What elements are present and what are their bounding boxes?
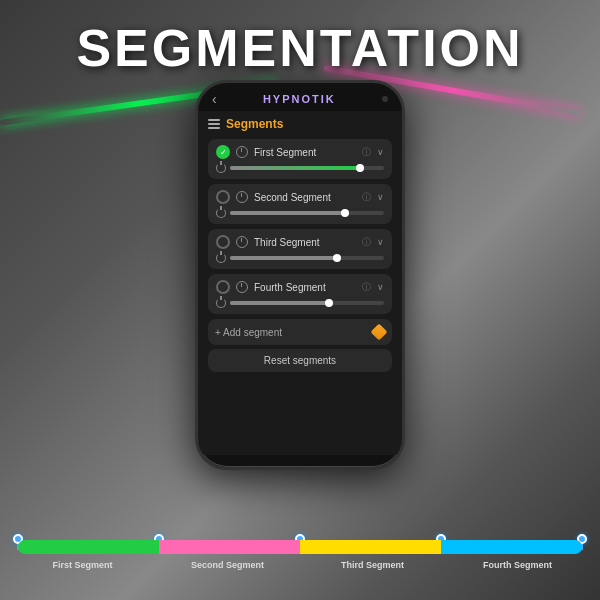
segment-3-name: Third Segment (254, 237, 356, 248)
segment-card-4[interactable]: Fourth Segment ⓘ ∨ (208, 274, 392, 314)
segment-1-info: ⓘ (362, 146, 371, 159)
reset-label: Reset segments (264, 355, 336, 366)
segment-bar-4 (441, 540, 582, 554)
segment-3-slider-row (216, 253, 384, 263)
phone-top-bar: ‹ HYPNOTIK (198, 83, 402, 111)
segment-3-chevron[interactable]: ∨ (377, 237, 384, 247)
segment-3-toggle[interactable] (216, 235, 230, 249)
segment-row-4: Fourth Segment ⓘ ∨ (216, 280, 384, 294)
segment-label-2: Second Segment (155, 560, 300, 570)
segment-2-info: ⓘ (362, 191, 371, 204)
segment-color-bar (18, 540, 582, 554)
segment-2-name: Second Segment (254, 192, 356, 203)
segment-bar-container (18, 540, 582, 554)
add-segment-label: + Add segment (215, 327, 282, 338)
segment-card-1[interactable]: ✓ First Segment ⓘ ∨ (208, 139, 392, 179)
phone-body: ‹ HYPNOTIK Segments ✓ First Segment ⓘ (195, 80, 405, 470)
phone-screen: Segments ✓ First Segment ⓘ ∨ (198, 111, 402, 455)
segment-4-name: Fourth Segment (254, 282, 356, 293)
segment-bar-3 (300, 540, 441, 554)
segments-header-title: Segments (226, 117, 283, 131)
page-title: SEGMENTATION (0, 18, 600, 78)
segment-card-3[interactable]: Third Segment ⓘ ∨ (208, 229, 392, 269)
segment-card-2[interactable]: Second Segment ⓘ ∨ (208, 184, 392, 224)
segment-4-slider-row (216, 298, 384, 308)
segment-3-power-icon (216, 253, 226, 263)
segment-label-1-text: First Segment (10, 560, 155, 570)
segment-3-info: ⓘ (362, 236, 371, 249)
segment-2-power-icon (216, 208, 226, 218)
segment-4-power-icon (216, 298, 226, 308)
segment-row-3: Third Segment ⓘ ∨ (216, 235, 384, 249)
segment-label-4-text: Fourth Segment (445, 560, 590, 570)
segment-labels-row: First Segment Second Segment Third Segme… (10, 560, 590, 570)
phone-mockup: ‹ HYPNOTIK Segments ✓ First Segment ⓘ (195, 80, 405, 470)
segment-bar-section: First Segment Second Segment Third Segme… (0, 534, 600, 570)
segment-1-timer-icon (236, 146, 248, 158)
segment-4-chevron[interactable]: ∨ (377, 282, 384, 292)
camera-dot (382, 96, 388, 102)
segment-label-1: First Segment (10, 560, 155, 570)
segment-1-slider[interactable] (230, 166, 384, 170)
segment-1-power-icon (216, 163, 226, 173)
segment-2-toggle[interactable] (216, 190, 230, 204)
segment-4-info: ⓘ (362, 281, 371, 294)
segment-label-3: Third Segment (300, 560, 445, 570)
segment-2-slider-row (216, 208, 384, 218)
segment-3-slider[interactable] (230, 256, 384, 260)
segment-4-toggle[interactable] (216, 280, 230, 294)
segment-4-slider[interactable] (230, 301, 384, 305)
segment-row-1: ✓ First Segment ⓘ ∨ (216, 145, 384, 159)
segment-2-chevron[interactable]: ∨ (377, 192, 384, 202)
back-button[interactable]: ‹ (212, 91, 217, 107)
segment-1-name: First Segment (254, 147, 356, 158)
segment-1-slider-row (216, 163, 384, 173)
segment-label-2-text: Second Segment (155, 560, 300, 570)
segment-2-slider[interactable] (230, 211, 384, 215)
hamburger-icon[interactable] (208, 119, 220, 129)
segment-4-timer-icon (236, 281, 248, 293)
add-segment-button[interactable]: + Add segment (208, 319, 392, 345)
segment-1-toggle[interactable]: ✓ (216, 145, 230, 159)
segment-bar-2 (159, 540, 300, 554)
brand-label: HYPNOTIK (263, 93, 336, 105)
segment-bar-1 (18, 540, 159, 554)
segment-1-chevron[interactable]: ∨ (377, 147, 384, 157)
diamond-icon (371, 324, 388, 341)
reset-segments-button[interactable]: Reset segments (208, 349, 392, 372)
segment-2-timer-icon (236, 191, 248, 203)
segment-row-2: Second Segment ⓘ ∨ (216, 190, 384, 204)
segment-label-3-text: Third Segment (300, 560, 445, 570)
segments-header-row: Segments (208, 117, 392, 131)
segment-label-4: Fourth Segment (445, 560, 590, 570)
segment-3-timer-icon (236, 236, 248, 248)
